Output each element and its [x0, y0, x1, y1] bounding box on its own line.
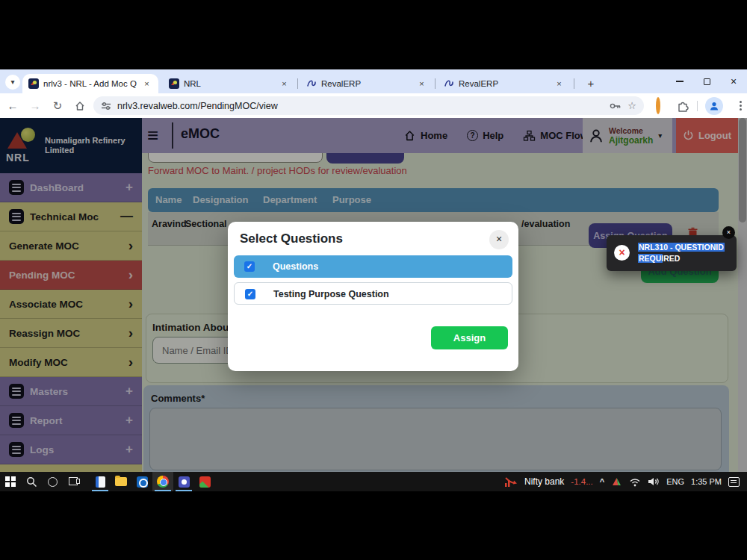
taskbar: Nifty bank -1.4... ^ ENG 1:35 PM [0, 472, 747, 491]
window-controls: × [666, 69, 747, 93]
stock-trend-icon[interactable] [504, 476, 518, 488]
taskbar-search-icon[interactable] [21, 472, 42, 491]
minimize-button[interactable] [666, 69, 693, 93]
tab-title: nrlv3 - NRL - Add Moc Questio [43, 79, 137, 88]
start-button[interactable] [0, 472, 21, 491]
tab-search-icon[interactable]: ▾ [5, 75, 20, 90]
browser-tab-strip: ▾ nrlv3 - NRL - Add Moc Questio × NRL × … [0, 69, 747, 93]
web-page: NRL Numaligarh Refinery Limited DashBoar… [0, 118, 747, 472]
cortana-icon[interactable] [42, 472, 63, 491]
browser-toolbar: ← → ↻ nrlv3.revalweb.com/PendingMOC/view… [0, 93, 747, 118]
tab-separator [435, 78, 436, 89]
revalerp-favicon [306, 78, 317, 89]
modal-close-icon[interactable]: × [489, 230, 509, 249]
toast-message: NRL310 - QUESTIONID REQUIRED [638, 242, 725, 264]
profile-avatar[interactable] [705, 97, 723, 115]
back-button[interactable]: ← [3, 96, 22, 116]
tab-title: NRL [184, 79, 274, 88]
tab-close-icon[interactable]: × [416, 78, 427, 90]
select-questions-modal: Select Questions × ✓ Questions ✓ Testing… [228, 222, 518, 371]
password-key-icon[interactable] [610, 102, 622, 111]
home-button[interactable] [70, 96, 90, 116]
tab-close-icon[interactable]: × [279, 78, 290, 90]
tab-separator [574, 78, 574, 89]
extension-badge-icon[interactable] [656, 99, 660, 113]
teams-icon[interactable] [173, 472, 194, 491]
notes-app-icon[interactable] [90, 472, 111, 491]
system-tray: Nifty bank -1.4... ^ ENG 1:35 PM [504, 472, 747, 491]
bookmark-star-icon[interactable]: ☆ [627, 100, 636, 111]
tab-active[interactable]: nrlv3 - NRL - Add Moc Questio × [22, 74, 158, 93]
tab-4[interactable]: RevalERP × [438, 74, 571, 93]
questions-group-row[interactable]: ✓ Questions [234, 255, 512, 278]
question-checkbox[interactable]: ✓ [245, 289, 255, 299]
close-window-button[interactable]: × [720, 69, 747, 93]
hidden-icons-chevron[interactable]: ^ [600, 477, 604, 486]
maximize-button[interactable] [693, 69, 720, 93]
error-icon: × [614, 245, 630, 261]
screen: ▾ nrlv3 - NRL - Add Moc Questio × NRL × … [0, 0, 747, 560]
action-center-icon[interactable] [728, 477, 740, 487]
tray-app-icon[interactable] [611, 476, 622, 487]
task-view-icon[interactable] [63, 472, 84, 491]
language-indicator[interactable]: ENG [666, 477, 684, 486]
outlook-icon[interactable] [131, 472, 152, 491]
forward-button[interactable]: → [25, 96, 45, 116]
question-item-label: Testing Purpose Question [273, 289, 389, 299]
assign-button[interactable]: Assign [431, 326, 508, 349]
revalerp-favicon [444, 78, 454, 89]
tab-close-icon[interactable]: × [554, 78, 565, 90]
site-settings-icon[interactable] [101, 101, 111, 111]
extensions-puzzle-icon[interactable] [677, 99, 689, 112]
new-tab-button[interactable]: + [583, 76, 598, 91]
nrl-favicon [28, 78, 39, 89]
clock[interactable]: 1:35 PM [691, 477, 722, 486]
tab-close-icon[interactable]: × [141, 78, 152, 90]
reload-button[interactable]: ↻ [48, 96, 67, 116]
tab-title: RevalERP [459, 79, 549, 88]
tab-3[interactable]: RevalERP × [300, 74, 433, 93]
questions-checkbox[interactable]: ✓ [244, 261, 255, 272]
antivirus-app-icon[interactable] [194, 472, 215, 491]
question-item-row[interactable]: ✓ Testing Purpose Question [234, 282, 512, 305]
tab-separator [297, 78, 298, 89]
modal-title: Select Questions [240, 231, 343, 246]
stock-ticker-label[interactable]: Nifty bank [524, 476, 564, 487]
file-explorer-icon[interactable] [111, 472, 131, 491]
chrome-icon[interactable] [152, 472, 173, 491]
nrl-favicon [169, 78, 179, 89]
wifi-icon[interactable] [629, 477, 641, 487]
browser-menu-icon[interactable] [732, 101, 747, 111]
tab-title: RevalERP [321, 79, 412, 88]
address-bar[interactable]: nrlv3.revalweb.com/PendingMOC/view ☆ [93, 96, 644, 115]
tab-2[interactable]: NRL × [163, 74, 296, 93]
url-text[interactable]: nrlv3.revalweb.com/PendingMOC/view [117, 101, 604, 111]
stock-change[interactable]: -1.4... [571, 477, 592, 486]
error-toast: × NRL310 - QUESTIONID REQUIRED × [607, 235, 737, 271]
questions-group-label: Questions [273, 261, 318, 272]
volume-icon[interactable] [648, 476, 660, 487]
toast-close-icon[interactable]: × [722, 226, 735, 239]
toolbar-divider [697, 101, 698, 111]
